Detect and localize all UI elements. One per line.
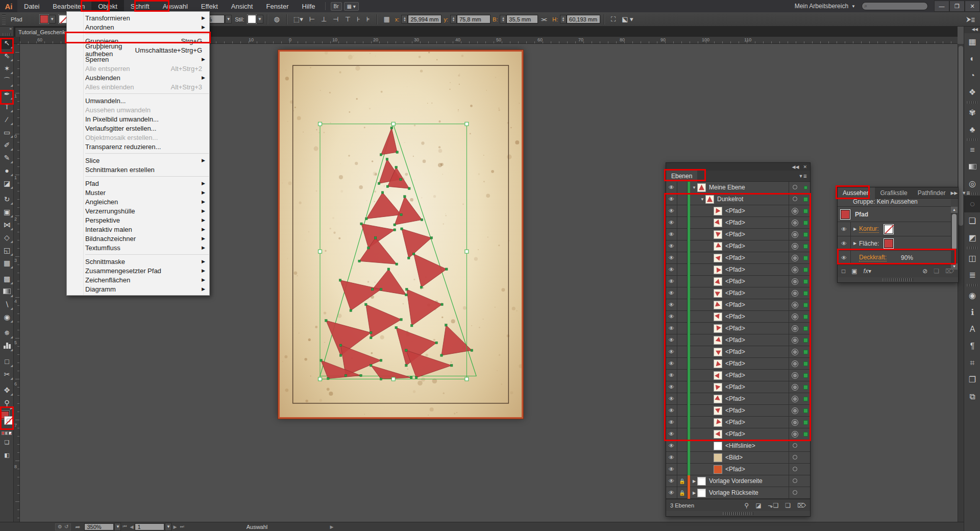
duplicate-item-icon[interactable]: ❏ <box>934 268 939 275</box>
artboard-tool[interactable]: □◢ <box>0 355 14 368</box>
layer-row-pfad[interactable]: 👁<Pfad> <box>666 428 810 440</box>
layer-row-vorlage-vorderseite[interactable]: 👁🔒▶Vorlage Vorderseite <box>666 475 810 487</box>
expand-arrow-icon[interactable]: ▶ <box>851 241 859 246</box>
arrange-documents-button[interactable]: ▦ ▾ <box>344 2 359 11</box>
layer-name[interactable]: <Pfad> <box>725 407 745 414</box>
layer-thumbnail[interactable] <box>705 195 714 204</box>
layer-thumbnail[interactable] <box>714 242 722 251</box>
status-menu-arrow[interactable]: ▶ <box>330 524 333 529</box>
workspace-switcher[interactable]: Mein Arbeitsbereich▼ <box>795 3 855 10</box>
layer-row-pfad[interactable]: 👁<Pfad> <box>666 334 810 346</box>
width-tool[interactable]: ⋈◢ <box>0 218 14 231</box>
visibility-eye-icon[interactable]: 👁 <box>666 440 677 452</box>
scroll-down-arrow[interactable]: ▼ <box>951 263 958 270</box>
layer-name[interactable]: <Pfad> <box>725 466 745 473</box>
layer-row-pfad[interactable]: 👁<Pfad> <box>666 252 810 264</box>
align-artboard-icon[interactable]: ⬚▾ <box>293 15 303 23</box>
lock-toggle[interactable] <box>677 252 688 264</box>
layer-row-pfad[interactable]: 👁<Pfad> <box>666 205 810 217</box>
visibility-eye-icon[interactable]: 👁 <box>666 252 677 264</box>
style-dropdown[interactable]: ▼ <box>257 15 263 23</box>
lock-toggle[interactable] <box>677 452 688 464</box>
target-circle-icon[interactable] <box>789 240 801 252</box>
brushes-panel-icon[interactable]: ✾ <box>964 104 980 121</box>
expand-arrow-icon[interactable]: ▶ <box>691 491 697 495</box>
stroke-link[interactable]: Kontur: <box>859 225 879 233</box>
paintbrush-tool[interactable]: ✐◢ <box>0 138 14 151</box>
perspective-grid-tool[interactable]: ▦◢ <box>0 256 14 269</box>
lock-toggle[interactable] <box>677 334 688 346</box>
tab-ebenen[interactable]: Ebenen <box>666 171 697 182</box>
prev-artboard-icon[interactable]: ◀ <box>130 524 134 529</box>
layer-row-pfad[interactable]: 👁<Pfad> <box>666 229 810 240</box>
layer-thumbnail[interactable] <box>714 430 722 439</box>
selection-handle[interactable] <box>465 122 469 126</box>
target-circle-icon[interactable] <box>789 381 801 393</box>
lock-icon[interactable]: 🔒 <box>677 475 688 487</box>
target-circle-icon[interactable] <box>789 252 801 264</box>
visibility-eye-icon[interactable]: 👁 <box>666 334 677 346</box>
first-artboard-icon[interactable]: ⏮ <box>122 524 127 529</box>
layer-name[interactable]: Dunkelrot <box>717 196 743 203</box>
layer-thumbnail[interactable] <box>714 359 722 368</box>
layer-row-bild[interactable]: 👁<Bild> <box>666 452 810 464</box>
target-circle-icon[interactable] <box>789 217 801 229</box>
expand-arrow-icon[interactable]: ▶ <box>851 227 859 231</box>
menu-auswahl[interactable]: Auswahl <box>156 0 194 12</box>
y-field[interactable]: 75,8 mm <box>457 15 491 23</box>
transform-panel-icon[interactable]: ⌗ <box>964 354 980 371</box>
visibility-eye-icon[interactable]: 👁 <box>666 205 677 217</box>
hand-tool[interactable]: ✥◢ <box>0 383 14 396</box>
lock-toggle[interactable] <box>677 299 688 311</box>
transform-icon[interactable]: ⛶ <box>611 15 616 23</box>
fill-red-swatch[interactable] <box>884 239 893 248</box>
constrain-proportions-icon[interactable]: ⫘ <box>541 15 547 23</box>
none-mode-button[interactable] <box>9 431 12 435</box>
graphic-styles-panel-icon[interactable]: ❏ <box>964 212 980 229</box>
layer-row-pfad[interactable]: 👁<Pfad> <box>666 323 810 334</box>
red-triangle-path[interactable] <box>442 325 472 355</box>
panel-grip[interactable] <box>2 14 6 25</box>
menu-schrift[interactable]: Schrift <box>124 0 156 12</box>
visibility-eye-icon[interactable]: 👁 <box>666 428 677 440</box>
layer-thumbnail[interactable] <box>697 477 706 486</box>
zoom-dropdown[interactable]: ▼ <box>114 523 121 531</box>
menu-item-in-pixelbild-umwandeln-[interactable]: In Pixelbild umwandeln... <box>67 114 209 124</box>
target-circle-icon[interactable] <box>789 323 801 334</box>
artboards-panel-icon[interactable]: ◫ <box>964 250 980 267</box>
expand-arrow-icon[interactable]: ▶ <box>691 479 697 484</box>
selection-handle[interactable] <box>465 377 469 381</box>
paragraph-panel-icon[interactable]: ¶ <box>964 337 980 354</box>
character-panel-icon[interactable]: A <box>964 321 980 337</box>
reference-point-icon[interactable]: ▦ <box>384 15 390 23</box>
red-triangle-path[interactable] <box>340 280 381 310</box>
vertical-scrollbar[interactable] <box>958 44 964 522</box>
lock-toggle[interactable] <box>677 464 688 475</box>
tab-grafikstile[interactable]: Grafikstile <box>875 187 912 199</box>
layer-name[interactable]: <Hilfslinie> <box>725 442 755 449</box>
selection-handle[interactable] <box>465 250 469 253</box>
lock-toggle[interactable] <box>677 287 688 299</box>
drawing-modes-icon[interactable]: ❏ <box>0 436 14 449</box>
tab-aussehen[interactable]: Aussehen <box>838 187 875 199</box>
target-circle-icon[interactable] <box>789 475 801 487</box>
lock-toggle[interactable] <box>677 370 688 381</box>
collapse-panel-icon[interactable]: ◀◀ <box>792 164 799 170</box>
eyedropper-tool[interactable]: ∖◢ <box>0 298 14 310</box>
layer-name[interactable]: <Bild> <box>725 454 743 461</box>
target-circle-icon[interactable] <box>789 264 801 276</box>
target-circle-icon[interactable] <box>789 393 801 405</box>
align-top-icon[interactable]: ⊤ <box>345 15 351 23</box>
layer-name[interactable]: <Pfad> <box>725 348 745 355</box>
pen-tool[interactable]: ✒◢ <box>0 87 14 100</box>
target-circle-icon[interactable] <box>789 440 801 452</box>
layer-name[interactable]: Vorlage Vorderseite <box>709 477 763 485</box>
y-stepper[interactable]: ▲▼ <box>450 15 457 23</box>
expand-arrow-icon[interactable]: ▼ <box>699 197 705 202</box>
opacity-value[interactable]: 90% <box>901 254 913 261</box>
red-triangle-path[interactable] <box>381 128 397 155</box>
selection-handle[interactable] <box>318 250 322 253</box>
fill-color-swatch[interactable] <box>40 15 48 23</box>
layer-row-pfad[interactable]: 👁<Pfad> <box>666 311 810 323</box>
selection-handle[interactable] <box>318 122 322 126</box>
